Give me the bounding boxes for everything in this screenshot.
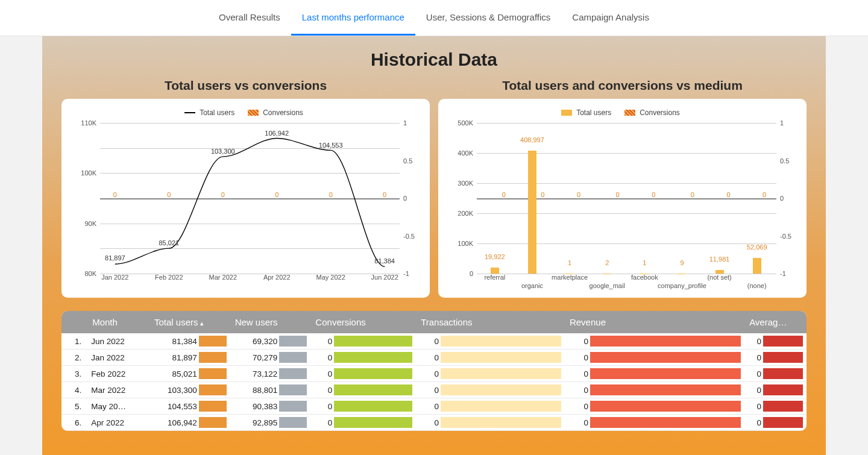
x-tick: referral <box>484 274 505 281</box>
tab-campaign[interactable]: Campaign Analysis <box>561 0 660 36</box>
cell-conv: 0 <box>310 398 416 415</box>
cell-conv: 0 <box>310 415 416 431</box>
cell-tx: 0 <box>416 415 565 431</box>
cell-new: 69,320 <box>230 333 311 350</box>
cell-new: 73,122 <box>230 366 311 382</box>
cell-idx: 5. <box>61 398 87 415</box>
value-label: 104,553 <box>319 142 343 149</box>
cell-total: 106,942 <box>149 415 230 431</box>
table-row[interactable]: 2.Jan 202281,89770,2790000 <box>61 350 807 366</box>
charts-row: Total users vs conversions Total users C… <box>61 78 807 298</box>
th-month[interactable]: Month <box>87 311 149 333</box>
cell-avg: 0 <box>744 398 807 415</box>
page-canvas: Historical Data Total users vs conversio… <box>42 36 826 455</box>
cell-conv: 0 <box>310 350 416 366</box>
zero-label: 0 <box>502 191 506 198</box>
table-row[interactable]: 4.Mar 2022103,30088,8010000 <box>61 382 807 398</box>
cell-month: Mar 2022 <box>87 382 149 398</box>
cell-rev: 0 <box>565 366 744 382</box>
legend-label: Conversions <box>263 108 303 117</box>
cell-total: 85,021 <box>149 366 230 382</box>
zero-label: 0 <box>577 191 580 198</box>
x-tick: Apr 2022 <box>263 274 291 281</box>
legend-label: Total users <box>576 108 611 117</box>
tab-last-months[interactable]: Last months performance <box>291 0 415 36</box>
x-tick: May 2022 <box>316 274 345 281</box>
cell-idx: 4. <box>61 382 87 398</box>
legend-label: Total users <box>200 108 234 117</box>
zero-label: 0 <box>691 191 694 198</box>
cell-month: May 20… <box>87 398 149 415</box>
zero-label: 0 <box>616 191 620 198</box>
cell-conv: 0 <box>310 366 416 382</box>
chart1-y-left: 80K 90K 100K 110K <box>70 123 100 274</box>
y2-tick: 0 <box>780 195 784 202</box>
chart1-x-ticks: Jan 2022 Feb 2022 Mar 2022 Apr 2022 May … <box>100 274 400 287</box>
y-tick: 400K <box>458 149 473 157</box>
value-label: 85,021 <box>159 239 179 246</box>
y-tick: 200K <box>458 210 473 217</box>
x-tick: Feb 2022 <box>155 274 183 281</box>
cell-rev: 0 <box>565 415 744 431</box>
y-tick: 110K <box>81 119 96 127</box>
chart2-card: Total users Conversions 0 100K 200K 300K… <box>438 99 807 298</box>
x-tick: google_mail <box>590 282 625 289</box>
th-conversions[interactable]: Conversions <box>310 311 416 333</box>
cell-tx: 0 <box>416 382 565 398</box>
table-header: Month Total users New users Conversions … <box>61 311 807 333</box>
th-average[interactable]: Averag… <box>744 311 807 333</box>
th-transactions[interactable]: Transactions <box>416 311 565 333</box>
x-tick: (none) <box>747 282 767 289</box>
y2-tick: -1 <box>780 270 786 277</box>
cell-tx: 0 <box>416 350 565 366</box>
cell-avg: 0 <box>744 382 807 398</box>
table-body: 1.Jun 202281,38469,32000002.Jan 202281,8… <box>61 333 807 431</box>
th-revenue[interactable]: Revenue <box>565 311 744 333</box>
y-tick: 500K <box>458 119 473 127</box>
cell-idx: 2. <box>61 350 87 366</box>
cell-new: 88,801 <box>230 382 311 398</box>
value-label: 81,897 <box>105 254 125 262</box>
zero-label: 0 <box>726 191 730 198</box>
page-title: Historical Data <box>61 36 807 75</box>
chart1-card: Total users Conversions 80K 90K 100K 110… <box>61 99 430 298</box>
cell-total: 103,300 <box>149 382 230 398</box>
table-row[interactable]: 3.Feb 202285,02173,1220000 <box>61 366 807 382</box>
tab-overall-results[interactable]: Overall Results <box>208 0 291 36</box>
table-row[interactable]: 6.Apr 2022106,94292,8950000 <box>61 415 807 431</box>
y2-tick: -0.5 <box>403 233 415 240</box>
chart2-heading: Total users and conversions vs medium <box>438 78 807 93</box>
y2-tick: -1 <box>403 270 409 277</box>
y-tick: 0 <box>470 270 473 277</box>
cell-new: 70,279 <box>230 350 311 366</box>
zero-label: 0 <box>541 191 544 198</box>
legend-conversions: Conversions <box>248 108 303 117</box>
table-row[interactable]: 5.May 20…104,55390,3830000 <box>61 398 807 415</box>
y2-tick: 1 <box>403 119 407 127</box>
y2-tick: 0 <box>403 195 407 202</box>
tab-user-sessions[interactable]: User, Sessions & Demograffics <box>415 0 561 36</box>
legend-total-users: Total users <box>184 108 234 117</box>
cell-tx: 0 <box>416 366 565 382</box>
data-table: Month Total users New users Conversions … <box>61 311 807 431</box>
cell-total: 81,897 <box>149 350 230 366</box>
chart2-block: Total users and conversions vs medium To… <box>438 78 807 298</box>
data-table-card: Month Total users New users Conversions … <box>61 311 807 431</box>
th-new-users[interactable]: New users <box>230 311 311 333</box>
table-row[interactable]: 1.Jun 202281,38469,3200000 <box>61 333 807 350</box>
chart1-legend: Total users Conversions <box>70 108 418 117</box>
cell-tx: 0 <box>416 333 565 350</box>
cell-total: 104,553 <box>149 398 230 415</box>
y-tick: 80K <box>84 270 96 277</box>
cell-total: 81,384 <box>149 333 230 350</box>
chart1-block: Total users vs conversions Total users C… <box>61 78 430 298</box>
cell-rev: 0 <box>565 350 744 366</box>
th-label: Total users <box>154 317 204 327</box>
x-tick: organic <box>521 282 543 289</box>
cell-idx: 6. <box>61 415 87 431</box>
chart2-y-right: -1 -0.5 0 0.5 1 <box>776 123 794 274</box>
th-idx[interactable] <box>61 311 87 333</box>
th-total-users[interactable]: Total users <box>149 311 230 333</box>
top-tabs: Overall Results Last months performance … <box>0 0 868 36</box>
y-tick: 100K <box>81 169 96 177</box>
